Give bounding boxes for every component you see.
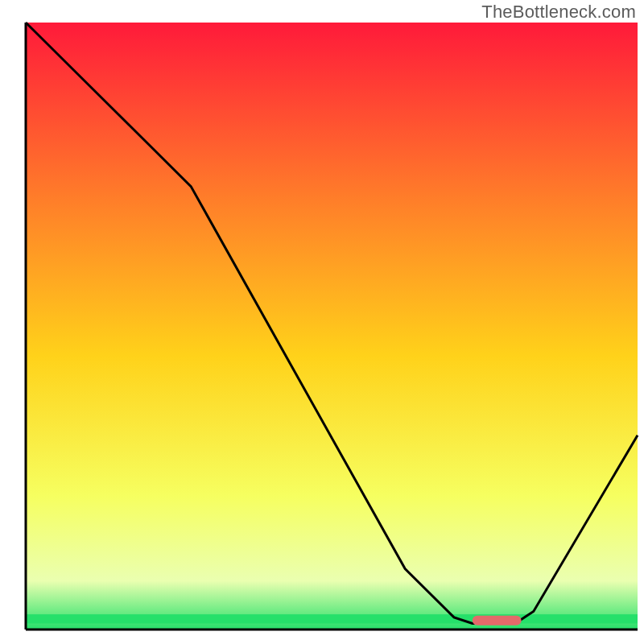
bottleneck-curve-plot bbox=[0, 0, 644, 644]
plot-area bbox=[26, 23, 638, 630]
optimal-range-marker bbox=[473, 616, 522, 625]
green-band bbox=[26, 614, 638, 623]
chart-container: { "watermark": "TheBottleneck.com", "col… bbox=[0, 0, 644, 644]
watermark-text: TheBottleneck.com bbox=[481, 2, 636, 23]
